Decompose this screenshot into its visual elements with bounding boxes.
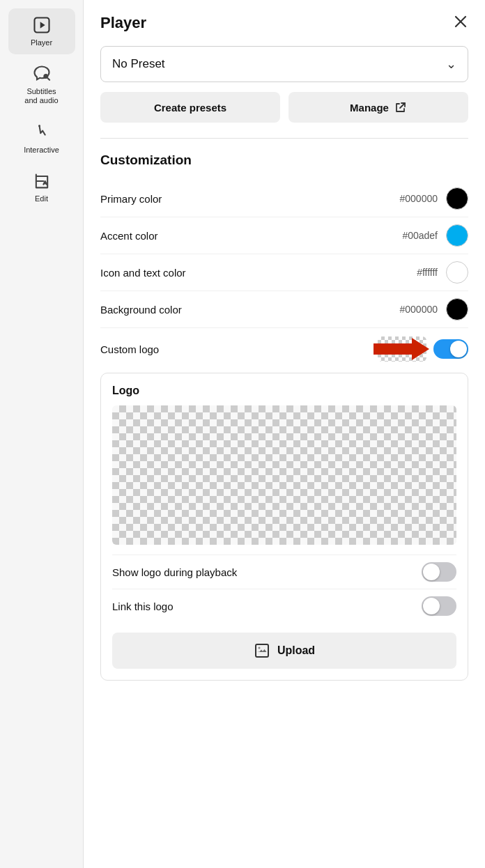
- upload-button[interactable]: Upload: [112, 633, 456, 669]
- manage-button[interactable]: Manage: [288, 92, 468, 123]
- show-logo-playback-row: Show logo during playback: [112, 555, 456, 589]
- customization-section: Customization Primary color #000000 Acce…: [100, 153, 468, 370]
- show-logo-playback-toggle[interactable]: [422, 562, 456, 582]
- logo-preview-area[interactable]: [112, 405, 456, 545]
- icon-text-color-label: Icon and text color: [100, 267, 186, 279]
- background-color-swatch[interactable]: [446, 298, 468, 320]
- preset-dropdown[interactable]: No Preset ⌄: [100, 46, 468, 82]
- custom-logo-toggle[interactable]: [433, 339, 468, 359]
- primary-color-row: Primary color #000000: [100, 180, 468, 217]
- accent-color-label: Accent color: [100, 230, 158, 242]
- sidebar-item-subtitles-label: Subtitlesand audio: [24, 87, 58, 105]
- sidebar-item-interactive[interactable]: Interactive: [8, 116, 75, 162]
- accent-color-swatch[interactable]: [446, 224, 468, 247]
- red-arrow-annotation: [374, 335, 429, 363]
- page-title: Player: [100, 14, 146, 32]
- interactive-icon: [32, 123, 52, 142]
- svg-point-8: [258, 647, 260, 649]
- panel-header: Player: [100, 14, 468, 32]
- icon-text-color-row: Icon and text color #ffffff: [100, 254, 468, 291]
- accent-color-row: Accent color #00adef: [100, 217, 468, 254]
- sidebar-item-interactive-label: Interactive: [24, 146, 59, 155]
- primary-color-hex: #000000: [399, 193, 438, 204]
- subtitles-icon: [32, 64, 52, 84]
- icon-text-color-swatch[interactable]: [446, 261, 468, 284]
- close-button[interactable]: [453, 14, 468, 32]
- main-panel: Player No Preset ⌄ Create presets Manage: [84, 0, 485, 868]
- sidebar-item-edit-label: Edit: [35, 194, 48, 203]
- show-logo-playback-label: Show logo during playback: [112, 566, 237, 578]
- link-logo-toggle[interactable]: [422, 596, 456, 616]
- sidebar: Player Subtitlesand audio Interactive Ed…: [0, 0, 84, 868]
- create-presets-button[interactable]: Create presets: [100, 92, 280, 123]
- customization-title: Customization: [100, 153, 468, 168]
- close-icon: [453, 14, 468, 29]
- background-color-hex: #000000: [399, 304, 438, 315]
- action-buttons: Create presets Manage: [100, 92, 468, 123]
- custom-logo-row: Custom logo: [100, 328, 468, 370]
- link-logo-row: Link this logo: [112, 589, 456, 623]
- background-color-row: Background color #000000: [100, 291, 468, 328]
- primary-color-swatch[interactable]: [446, 187, 468, 210]
- custom-logo-label: Custom logo: [100, 343, 159, 355]
- svg-marker-1: [40, 22, 45, 28]
- player-icon: [32, 15, 52, 35]
- sidebar-item-player-label: Player: [31, 38, 52, 47]
- link-logo-label: Link this logo: [112, 600, 174, 612]
- svg-point-3: [38, 125, 40, 127]
- upload-icon: [254, 642, 270, 659]
- preset-dropdown-label: No Preset: [112, 57, 165, 71]
- sidebar-item-player[interactable]: Player: [8, 8, 75, 54]
- sidebar-item-edit[interactable]: Edit: [8, 164, 75, 210]
- background-color-label: Background color: [100, 304, 182, 316]
- logo-card-title: Logo: [112, 385, 456, 397]
- chevron-down-icon: ⌄: [446, 56, 456, 72]
- primary-color-label: Primary color: [100, 193, 162, 205]
- external-link-icon: [394, 101, 407, 114]
- sidebar-item-subtitles[interactable]: Subtitlesand audio: [8, 57, 75, 112]
- icon-text-color-hex: #ffffff: [417, 267, 438, 278]
- section-divider: [100, 138, 468, 139]
- logo-card: Logo Show logo during playback Link this…: [100, 373, 468, 681]
- accent-color-hex: #00adef: [402, 230, 438, 241]
- svg-marker-6: [374, 338, 429, 360]
- edit-icon: [32, 171, 52, 191]
